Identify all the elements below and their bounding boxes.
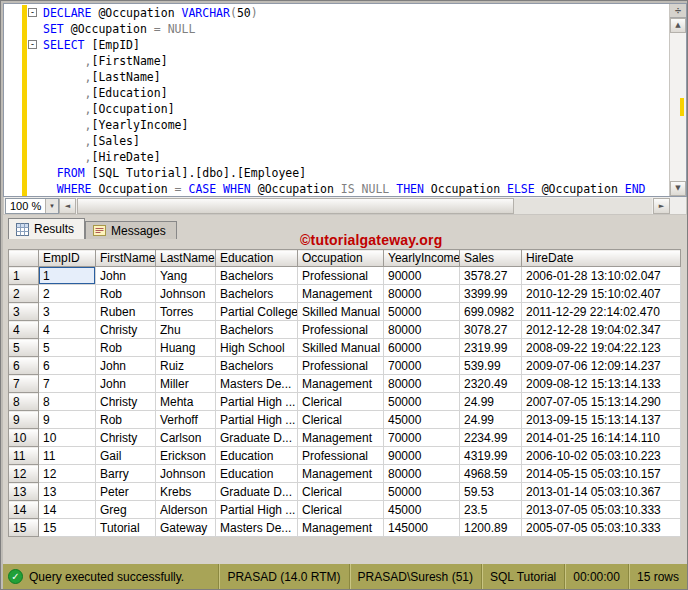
grid-corner[interactable] <box>9 250 39 267</box>
column-header-empid[interactable]: EmpID <box>39 250 96 267</box>
grid-cell[interactable]: 3 <box>39 303 96 321</box>
grid-cell[interactable]: 11 <box>39 447 96 465</box>
grid-cell[interactable]: 23.5 <box>460 501 522 519</box>
grid-cell[interactable]: Management <box>298 375 384 393</box>
grid-cell[interactable]: Management <box>298 429 384 447</box>
row-header[interactable]: 8 <box>9 393 39 411</box>
grid-cell[interactable]: 10 <box>39 429 96 447</box>
grid-cell[interactable]: 4319.99 <box>460 447 522 465</box>
grid-cell[interactable]: Alderson <box>156 501 216 519</box>
grid-cell[interactable]: Partial High ... <box>216 393 298 411</box>
row-header[interactable]: 6 <box>9 357 39 375</box>
grid-cell[interactable]: 9 <box>39 411 96 429</box>
grid-cell[interactable]: 80000 <box>384 285 460 303</box>
grid-cell[interactable]: 70000 <box>384 429 460 447</box>
split-editor-handle[interactable]: ÷ <box>670 4 686 18</box>
grid-cell[interactable]: Rob <box>96 339 156 357</box>
grid-cell[interactable]: 24.99 <box>460 393 522 411</box>
row-header[interactable]: 13 <box>9 483 39 501</box>
collapse-region-button[interactable]: - <box>28 8 37 17</box>
grid-cell[interactable]: Professional <box>298 447 384 465</box>
row-header[interactable]: 4 <box>9 321 39 339</box>
row-header[interactable]: 2 <box>9 285 39 303</box>
horizontal-scrollbar-thumb[interactable] <box>77 198 514 214</box>
sql-editor[interactable]: -DECLARE @Occupation VARCHAR(50)SET @Occ… <box>3 3 687 197</box>
grid-cell[interactable]: Bachelors <box>216 267 298 285</box>
grid-cell[interactable]: Greg <box>96 501 156 519</box>
grid-cell[interactable]: Skilled Manual <box>298 339 384 357</box>
grid-cell[interactable]: Krebs <box>156 483 216 501</box>
grid-cell[interactable]: 3578.27 <box>460 267 522 285</box>
grid-cell[interactable]: 14 <box>39 501 96 519</box>
column-header-yearlyincome[interactable]: YearlyIncome <box>384 250 460 267</box>
grid-cell[interactable]: Gail <box>96 447 156 465</box>
grid-cell[interactable]: 80000 <box>384 321 460 339</box>
grid-cell[interactable]: Partial College <box>216 303 298 321</box>
row-header[interactable]: 9 <box>9 411 39 429</box>
column-header-firstname[interactable]: FirstName <box>96 250 156 267</box>
scroll-right-button[interactable]: ► <box>653 198 670 214</box>
grid-cell[interactable]: 2 <box>39 285 96 303</box>
grid-cell[interactable]: Tutorial <box>96 519 156 537</box>
grid-cell[interactable]: Ruiz <box>156 357 216 375</box>
row-header[interactable]: 7 <box>9 375 39 393</box>
grid-cell[interactable]: 2014-05-15 05:03:10.157 <box>522 465 681 483</box>
row-header[interactable]: 12 <box>9 465 39 483</box>
grid-cell[interactable]: 50000 <box>384 303 460 321</box>
grid-cell[interactable]: 2234.99 <box>460 429 522 447</box>
grid-cell[interactable]: John <box>96 267 156 285</box>
grid-cell[interactable]: 50000 <box>384 483 460 501</box>
row-header[interactable]: 15 <box>9 519 39 537</box>
grid-cell[interactable]: Peter <box>96 483 156 501</box>
row-header[interactable]: 1 <box>9 267 39 285</box>
grid-cell[interactable]: John <box>96 357 156 375</box>
grid-cell[interactable]: Zhu <box>156 321 216 339</box>
grid-cell[interactable]: 4 <box>39 321 96 339</box>
editor-vertical-scrollbar[interactable]: ÷ ▲ ▼ <box>669 4 686 196</box>
grid-cell[interactable]: Mehta <box>156 393 216 411</box>
grid-cell[interactable]: Torres <box>156 303 216 321</box>
grid-cell[interactable]: Christy <box>96 429 156 447</box>
zoom-select[interactable]: 100 % ▼ <box>5 198 59 214</box>
grid-cell[interactable]: Bachelors <box>216 321 298 339</box>
grid-cell[interactable]: Rob <box>96 285 156 303</box>
grid-cell[interactable]: Johnson <box>156 465 216 483</box>
grid-cell[interactable]: 2010-12-29 15:10:02.407 <box>522 285 681 303</box>
grid-cell[interactable]: 1 <box>39 267 96 285</box>
column-header-occupation[interactable]: Occupation <box>298 250 384 267</box>
grid-cell[interactable]: 4968.59 <box>460 465 522 483</box>
grid-cell[interactable]: Bachelors <box>216 285 298 303</box>
grid-cell[interactable]: Masters De... <box>216 375 298 393</box>
grid-cell[interactable]: Miller <box>156 375 216 393</box>
grid-cell[interactable]: Clerical <box>298 393 384 411</box>
grid-cell[interactable]: Bachelors <box>216 357 298 375</box>
grid-cell[interactable]: 12 <box>39 465 96 483</box>
grid-cell[interactable]: 3078.27 <box>460 321 522 339</box>
grid-cell[interactable]: Management <box>298 519 384 537</box>
grid-cell[interactable]: 80000 <box>384 375 460 393</box>
grid-cell[interactable]: Professional <box>298 267 384 285</box>
grid-cell[interactable]: Clerical <box>298 411 384 429</box>
grid-cell[interactable]: Management <box>298 285 384 303</box>
grid-cell[interactable]: Yang <box>156 267 216 285</box>
grid-cell[interactable]: Graduate D... <box>216 483 298 501</box>
grid-cell[interactable]: 7 <box>39 375 96 393</box>
grid-cell[interactable]: Ruben <box>96 303 156 321</box>
grid-cell[interactable]: Barry <box>96 465 156 483</box>
tab-results[interactable]: Results <box>8 218 85 239</box>
grid-cell[interactable]: Partial High ... <box>216 411 298 429</box>
grid-cell[interactable]: 13 <box>39 483 96 501</box>
grid-cell[interactable]: 2007-07-05 15:13:14.290 <box>522 393 681 411</box>
grid-cell[interactable]: 60000 <box>384 339 460 357</box>
grid-cell[interactable]: Clerical <box>298 483 384 501</box>
column-header-sales[interactable]: Sales <box>460 250 522 267</box>
grid-cell[interactable]: 2319.99 <box>460 339 522 357</box>
grid-cell[interactable]: 5 <box>39 339 96 357</box>
grid-cell[interactable]: John <box>96 375 156 393</box>
grid-cell[interactable]: 15 <box>39 519 96 537</box>
grid-cell[interactable]: Management <box>298 465 384 483</box>
code-editor-text[interactable]: -DECLARE @Occupation VARCHAR(50)SET @Occ… <box>4 4 669 196</box>
grid-cell[interactable]: 24.99 <box>460 411 522 429</box>
grid-cell[interactable]: 59.53 <box>460 483 522 501</box>
grid-cell[interactable]: Education <box>216 447 298 465</box>
